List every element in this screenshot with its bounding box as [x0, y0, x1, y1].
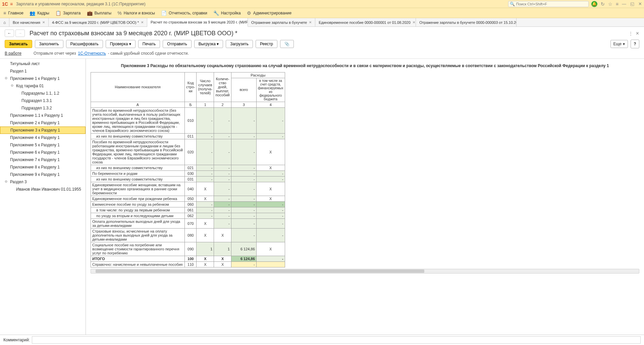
cell-c3[interactable]: 6 124,86 [231, 256, 256, 261]
cell-c3[interactable]: - [231, 133, 256, 139]
tree-item[interactable]: Титульный лист [0, 60, 86, 67]
tree-item[interactable]: Приложение 6 к Разделу 1 [0, 149, 86, 156]
cell-c3[interactable]: - [231, 170, 256, 176]
close-icon[interactable]: ✕ [309, 20, 312, 24]
tree-item[interactable]: Подраздел 1.3.1 [0, 97, 86, 104]
tree-item[interactable]: Подраздел 1.3.2 [0, 104, 86, 112]
close-page-icon[interactable]: ✕ [636, 31, 639, 36]
tree-item[interactable]: Раздел 1 [0, 67, 86, 75]
cell-c2[interactable]: 1 [214, 242, 231, 256]
global-search[interactable]: 🔍 [508, 1, 589, 7]
check-button[interactable]: Проверка ▾ [106, 40, 136, 48]
cell-c4[interactable]: - [256, 256, 285, 261]
cell-c2[interactable]: - [214, 213, 231, 218]
cell-c3[interactable]: - [231, 228, 256, 242]
cell-c4[interactable] [256, 261, 285, 267]
tab-0[interactable]: Все начисления✕ [9, 18, 49, 27]
tree-item[interactable]: Подразделы 1.1, 1.2 [0, 90, 86, 97]
cell-c4[interactable]: - [256, 207, 285, 213]
tree-item[interactable]: Иванов Иван Иванович 01.01.1955 [0, 186, 86, 193]
cell-c3[interactable]: - [231, 176, 256, 182]
close-icon[interactable]: ✕ [638, 1, 642, 6]
cell-c4[interactable]: - [256, 107, 285, 133]
cell-c4[interactable]: - [256, 176, 285, 182]
cell-c2[interactable]: - [214, 133, 231, 139]
bell-icon[interactable]: 🔔 [591, 1, 597, 7]
print-button[interactable]: Печать [138, 40, 160, 48]
cell-c2[interactable]: - [214, 182, 231, 196]
cell-c3[interactable]: - [231, 201, 256, 207]
tree-item[interactable]: Приложение 1 к Разделу 1 [0, 75, 86, 82]
close-icon[interactable]: ✕ [42, 20, 45, 24]
settings-icon[interactable]: ≡ [616, 1, 619, 7]
cell-c2[interactable]: - [214, 201, 231, 207]
cell-c1[interactable]: - [197, 133, 214, 139]
menu-payments[interactable]: 💼Выплаты [87, 10, 112, 16]
attach-button[interactable]: 📎 [280, 40, 294, 48]
cell-c4[interactable]: - [256, 228, 285, 242]
fill-button[interactable]: Заполнить [35, 40, 63, 48]
help-button[interactable]: ? [631, 40, 639, 48]
tree-item[interactable]: Приложение 8 к Разделу 1 [0, 163, 86, 171]
back-button[interactable]: ← [5, 30, 14, 37]
cell-c4[interactable]: - [256, 170, 285, 176]
search-input[interactable] [516, 2, 587, 6]
tree-item[interactable]: Приложение 9 к Разделу 1 [0, 171, 86, 178]
cell-c1[interactable]: - [197, 170, 214, 176]
cell-c3[interactable]: - [231, 218, 256, 228]
cell-c1[interactable]: 1 [197, 242, 214, 256]
more-button[interactable]: Еще▾ [610, 40, 628, 48]
cell-c2[interactable]: - [214, 165, 231, 170]
cell-c1[interactable]: - [197, 107, 214, 133]
cell-c3[interactable]: 6 124,86 [231, 242, 256, 256]
send-button[interactable]: Отправить [163, 40, 192, 48]
cell-c2[interactable]: - [214, 218, 231, 228]
status-label[interactable]: В работе [5, 51, 21, 56]
menu-main[interactable]: ≡Главное [3, 10, 23, 16]
cell-c1[interactable]: - [197, 165, 214, 170]
status-link[interactable]: 1С-Отчетность [78, 51, 106, 56]
tree-item[interactable]: Приложение 1.1 к Разделу 1 [0, 112, 86, 119]
menu-salary[interactable]: 📋Зарплата [55, 10, 81, 16]
cell-c3[interactable]: - [231, 165, 256, 170]
close-icon[interactable]: ✕ [413, 20, 415, 24]
home-tab[interactable]: ⌂ [0, 18, 9, 27]
cell-c1[interactable]: - [197, 201, 214, 207]
cell-c2[interactable]: - [214, 170, 231, 176]
close-icon[interactable]: ✕ [141, 20, 144, 24]
cell-c3[interactable]: - [231, 213, 256, 218]
cell-c2[interactable]: - [214, 139, 231, 165]
forward-button[interactable]: → [15, 30, 25, 37]
menu-taxes[interactable]: %Налоги и взносы [117, 10, 155, 16]
menu-admin[interactable]: ⚙Администрирование [247, 10, 291, 16]
download-button[interactable]: Загрузить [226, 40, 253, 48]
registry-button[interactable]: Реестр [256, 40, 277, 48]
cell-c3[interactable]: - [231, 182, 256, 196]
horizontal-scrollbar[interactable] [91, 269, 639, 274]
star-icon[interactable]: ☆ [608, 1, 612, 7]
cell-c4[interactable]: - [256, 133, 285, 139]
tree-item[interactable]: Приложение 7 к Разделу 1 [0, 156, 86, 163]
tree-item[interactable]: Приложение 2 к Разделу 1 [0, 119, 86, 127]
cell-c2[interactable]: - [214, 107, 231, 133]
write-button[interactable]: Записать [5, 40, 32, 48]
tab-5[interactable]: Отражение зарплаты в бухучете 0000-00000… [416, 18, 517, 27]
cell-c3[interactable]: - [231, 196, 256, 201]
tab-2[interactable]: Расчет по страховым взносам за 9 месяцев… [147, 18, 248, 27]
tree-item[interactable]: Приложение 4 к Разделу 1 [0, 134, 86, 141]
cell-c2[interactable]: - [214, 207, 231, 213]
upload-button[interactable]: Выгрузка ▾ [194, 40, 223, 48]
tree-item[interactable]: Приложение 5 к Разделу 1 [0, 141, 86, 149]
cell-c4[interactable]: - [256, 213, 285, 218]
menu-personnel[interactable]: 👥Кадры [30, 10, 49, 16]
tab-3[interactable]: Отражение зарплаты в бухучете✕ [248, 18, 315, 27]
cell-c4[interactable]: - [256, 201, 285, 207]
cell-c1[interactable]: - [197, 213, 214, 218]
tree-item[interactable]: Приложение 3 к Разделу 1 [0, 127, 86, 134]
cell-c4[interactable]: - [256, 218, 285, 228]
history-icon[interactable]: ↻ [601, 1, 605, 7]
tree-item[interactable]: Код тарифа 01 [0, 82, 86, 90]
tab-1[interactable]: 4-ФСС за 9 месяцев 2020 г. (МИР ЦВЕТОВ О… [49, 18, 147, 27]
cell-c3[interactable]: - [231, 107, 256, 133]
decode-button[interactable]: Расшифровать [66, 40, 103, 48]
